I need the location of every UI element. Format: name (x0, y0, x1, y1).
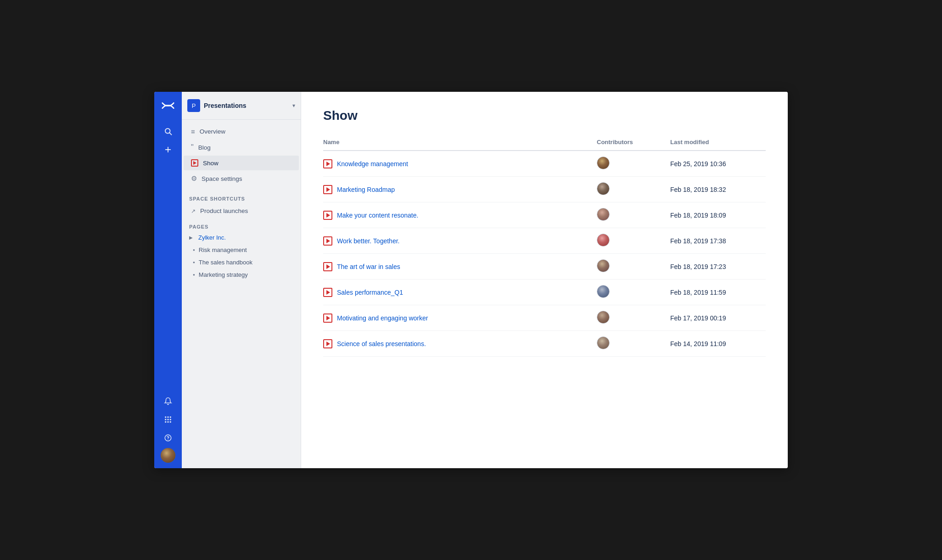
sidebar-navigation: ≡ Overview " Blog Show ⚙ Space settings (182, 120, 301, 190)
svg-rect-12 (170, 421, 171, 423)
file-cell: The art of war in sales (323, 262, 586, 271)
avatar (597, 285, 610, 298)
date-cell: Feb 18, 2019 17:23 (665, 254, 766, 280)
confluence-logo[interactable] (160, 97, 176, 114)
contributors-cell (591, 202, 665, 228)
space-header[interactable]: P Presentations ▾ (182, 92, 301, 120)
search-icon-btn[interactable] (160, 123, 176, 140)
settings-icon: ⚙ (191, 174, 197, 183)
contributors-cell (591, 177, 665, 202)
space-title: Presentations (204, 102, 289, 109)
file-presentation-icon (323, 159, 332, 168)
file-presentation-icon (323, 288, 332, 297)
zylker-chevron-icon: ▶ (189, 235, 193, 240)
show-label: Show (203, 160, 219, 167)
bullet-icon: ● (193, 273, 195, 277)
name-cell: Sales performance_Q1 (323, 280, 591, 305)
sidebar-page-risk-management[interactable]: ● Risk management (182, 244, 301, 256)
file-cell: Knowledge management (323, 159, 586, 168)
name-cell: Motivating and engaging worker (323, 305, 591, 331)
sidebar-page-marketing-strategy[interactable]: ● Marketing strategy (182, 269, 301, 281)
date-cell: Feb 18, 2019 17:38 (665, 228, 766, 254)
file-link[interactable]: Sales performance_Q1 (337, 289, 403, 296)
contributors-cell (591, 151, 665, 177)
file-presentation-icon (323, 262, 332, 271)
name-cell: Knowledge management (323, 151, 591, 177)
file-link[interactable]: Science of sales presentations. (337, 340, 426, 347)
avatar (597, 259, 610, 272)
file-link[interactable]: Motivating and engaging worker (337, 314, 428, 322)
sidebar: P Presentations ▾ ≡ Overview " Blog Show… (182, 92, 301, 468)
name-cell: Work better. Together. (323, 228, 591, 254)
notifications-icon-btn[interactable] (160, 393, 176, 409)
zylker-label: Zylker Inc. (198, 234, 226, 241)
risk-management-label: Risk management (199, 246, 247, 253)
sidebar-shortcut-product-launches[interactable]: ↗ Product launches (184, 204, 299, 218)
date-cell: Feb 25, 2019 10:36 (665, 151, 766, 177)
overview-label: Overview (200, 128, 225, 135)
name-cell: Science of sales presentations. (323, 331, 591, 357)
avatar (597, 157, 610, 169)
file-cell: Sales performance_Q1 (323, 288, 586, 297)
pages-section-label: PAGES (182, 218, 301, 231)
table-row: Make your content resonate. Feb 18, 2019… (323, 202, 766, 228)
table-row: Marketing Roadmap Feb 18, 2019 18:32 (323, 177, 766, 202)
sales-handbook-label: The sales handbook (199, 259, 252, 266)
file-cell: Science of sales presentations. (323, 339, 586, 348)
user-avatar[interactable] (161, 448, 175, 463)
sidebar-item-blog[interactable]: " Blog (184, 140, 299, 155)
file-link[interactable]: Knowledge management (337, 160, 408, 168)
help-icon-btn[interactable] (160, 430, 176, 446)
sidebar-page-zylker[interactable]: ▶ Zylker Inc. (182, 231, 301, 244)
svg-rect-10 (165, 421, 166, 423)
file-presentation-icon (323, 236, 332, 246)
marketing-strategy-label: Marketing strategy (199, 271, 248, 278)
file-presentation-icon (323, 314, 332, 323)
contributors-cell (591, 280, 665, 305)
product-launches-label: Product launches (200, 207, 248, 214)
file-link[interactable]: The art of war in sales (337, 263, 400, 270)
contributors-cell (591, 228, 665, 254)
file-presentation-icon (323, 185, 332, 194)
apps-icon-btn[interactable] (160, 411, 176, 428)
file-link[interactable]: Work better. Together. (337, 237, 399, 245)
bullet-icon: ● (193, 248, 195, 252)
file-cell: Marketing Roadmap (323, 185, 586, 194)
contributors-cell (591, 305, 665, 331)
create-icon-btn[interactable] (160, 141, 176, 158)
presentations-table: Name Contributors Last modified Knowledg… (323, 134, 766, 357)
date-cell: Feb 18, 2019 18:09 (665, 202, 766, 228)
sidebar-item-space-settings[interactable]: ⚙ Space settings (184, 171, 299, 186)
file-link[interactable]: Marketing Roadmap (337, 186, 395, 193)
blog-icon: " (191, 143, 194, 151)
show-presentation-icon (191, 159, 198, 167)
table-row: Knowledge management Feb 25, 2019 10:36 (323, 151, 766, 177)
svg-rect-8 (168, 419, 169, 420)
sidebar-item-show[interactable]: Show (184, 156, 299, 170)
sidebar-item-overview[interactable]: ≡ Overview (184, 124, 299, 139)
table-row: The art of war in sales Feb 18, 2019 17:… (323, 254, 766, 280)
avatar (597, 234, 610, 246)
shortcuts-section-label: SPACE SHORTCUTS (182, 190, 301, 203)
svg-rect-7 (165, 419, 166, 420)
bullet-icon: ● (193, 260, 195, 264)
file-cell: Work better. Together. (323, 236, 586, 246)
table-row: Work better. Together. Feb 18, 2019 17:3… (323, 228, 766, 254)
space-chevron-icon[interactable]: ▾ (292, 102, 295, 109)
space-icon: P (187, 99, 200, 112)
contributors-cell (591, 331, 665, 357)
name-cell: The art of war in sales (323, 254, 591, 280)
file-link[interactable]: Make your content resonate. (337, 212, 418, 219)
app-window: P Presentations ▾ ≡ Overview " Blog Show… (154, 92, 788, 468)
date-cell: Feb 17, 2019 00:19 (665, 305, 766, 331)
file-cell: Motivating and engaging worker (323, 314, 586, 323)
svg-rect-4 (165, 416, 166, 418)
avatar (597, 336, 610, 349)
file-cell: Make your content resonate. (323, 211, 586, 220)
table-row: Motivating and engaging worker Feb 17, 2… (323, 305, 766, 331)
date-cell: Feb 18, 2019 18:32 (665, 177, 766, 202)
page-header: Show (301, 92, 788, 134)
col-contributors: Contributors (591, 134, 665, 151)
sidebar-page-sales-handbook[interactable]: ● The sales handbook (182, 256, 301, 269)
name-cell: Make your content resonate. (323, 202, 591, 228)
